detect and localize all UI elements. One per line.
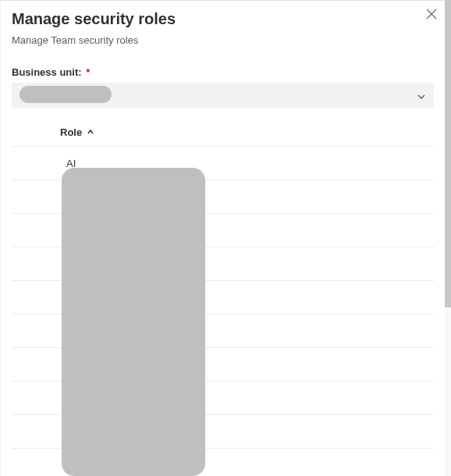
required-indicator: * [86,66,90,78]
vertical-scrollbar-track[interactable] [445,0,451,476]
panel-title: Manage security roles [12,10,434,28]
panel-subtitle: Manage Team security roles [12,34,434,46]
close-icon [426,9,437,20]
business-unit-dropdown[interactable] [12,83,434,108]
chevron-down-icon [417,91,426,100]
redacted-overlay [62,168,205,476]
close-button[interactable] [423,5,440,23]
business-unit-label-text: Business unit: [12,66,82,78]
redacted-value [20,86,112,103]
role-column-header[interactable]: Role [12,126,434,147]
role-column-label: Role [60,126,82,138]
sort-ascending-icon [87,126,94,138]
business-unit-label: Business unit: * [12,66,434,78]
vertical-scrollbar-thumb[interactable] [445,0,451,307]
manage-roles-panel: Manage security roles Manage Team securi… [0,0,445,476]
